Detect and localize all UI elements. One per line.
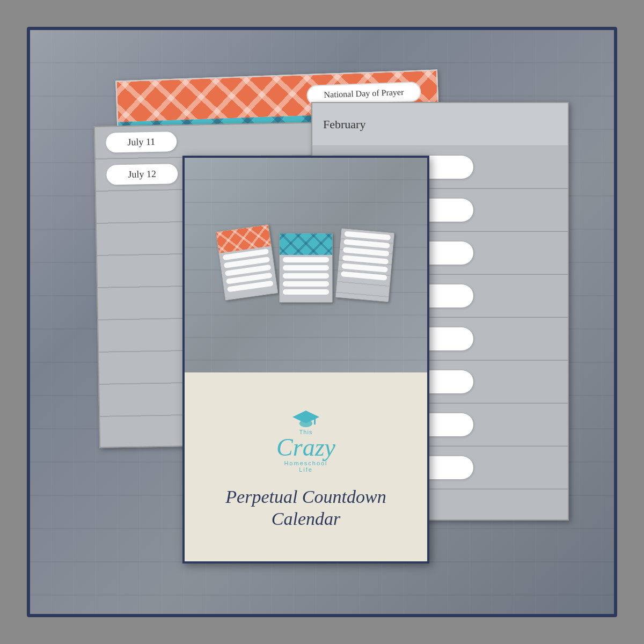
svg-point-2	[299, 420, 312, 427]
mini-page-1	[215, 224, 278, 301]
mini-pages-preview	[220, 228, 392, 303]
cover-wood-section	[185, 158, 427, 372]
february-header-text: February	[323, 118, 365, 131]
mini-date-1	[345, 231, 391, 240]
july-date-1: July 11	[106, 131, 177, 152]
cover-bottom-section: This Crazy Homeschool Life Perpetual Cou…	[185, 372, 427, 564]
mini-chevron-teal	[280, 233, 332, 255]
mini-line-6	[283, 257, 329, 262]
cover-title: Perpetual Countdown Calendar	[195, 486, 416, 530]
brand-homeschool-text: Homeschool	[284, 460, 327, 466]
brand-life-text: Life	[299, 466, 313, 473]
mini-date-5	[341, 263, 388, 272]
mini-date-4	[342, 255, 389, 264]
mini-date-6	[341, 271, 387, 280]
february-header-row: February	[312, 103, 568, 146]
mini-line-7	[283, 265, 329, 270]
mini-line-10	[283, 289, 329, 295]
pages-stack: National Day of Prayer Mother's Day July…	[75, 59, 569, 585]
brand-logo: This Crazy Homeschool Life	[276, 408, 335, 473]
front-cover-page: This Crazy Homeschool Life Perpetual Cou…	[182, 156, 429, 564]
mini-line-8	[283, 273, 329, 279]
mini-page-wood	[336, 229, 394, 302]
mini-date-2	[343, 239, 390, 248]
mini-date-3	[343, 247, 390, 256]
mini-page-2	[279, 233, 333, 303]
mini-line-9	[283, 281, 329, 287]
july-date-2: July 12	[106, 164, 178, 185]
brand-crazy-text: Crazy	[276, 435, 335, 460]
outer-container: National Day of Prayer Mother's Day July…	[27, 27, 617, 617]
mini-page-3	[335, 228, 395, 302]
graduation-cap-icon	[292, 408, 319, 429]
svg-rect-1	[314, 417, 316, 425]
